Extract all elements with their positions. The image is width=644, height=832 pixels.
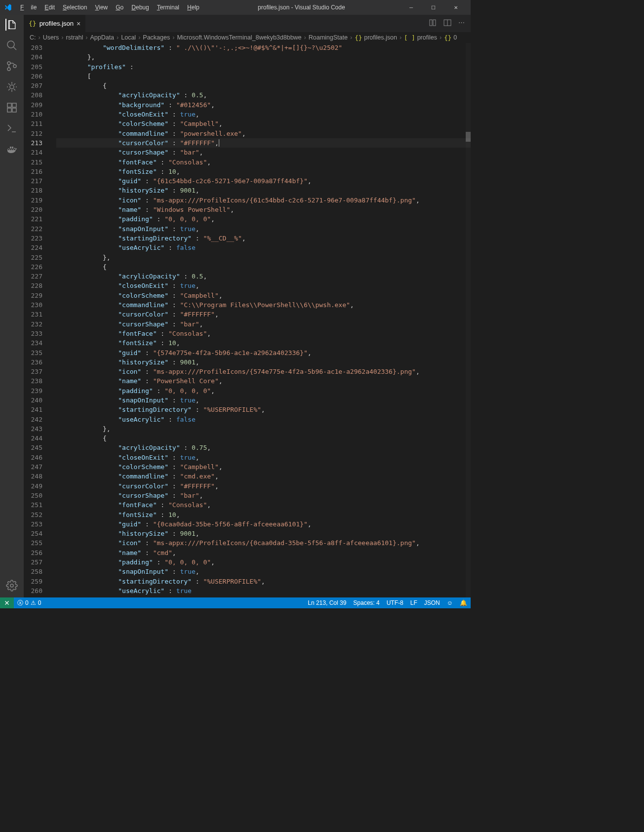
code-line[interactable]: "guid" : "{61c54bbd-c2c6-5271-96e7-009a8… xyxy=(56,176,471,186)
menu-file[interactable]: File xyxy=(17,2,40,13)
compare-icon[interactable] xyxy=(429,19,437,28)
encoding[interactable]: UTF-8 xyxy=(383,597,407,608)
search-icon[interactable] xyxy=(6,40,18,51)
code-line[interactable]: "cursorShape" : "bar", xyxy=(56,491,471,500)
code-editor[interactable]: 2032042052062072082092102112122132142152… xyxy=(24,43,471,597)
breadcrumb-segment[interactable]: Users xyxy=(43,34,59,41)
docker-icon[interactable] xyxy=(6,143,18,155)
code-line[interactable]: "closeOnExit" : true, xyxy=(56,281,471,290)
remote-indicator[interactable] xyxy=(0,597,14,608)
feedback-icon[interactable]: ☺ xyxy=(443,597,456,608)
code-line[interactable]: [ xyxy=(56,72,471,81)
source-control-icon[interactable] xyxy=(6,60,18,72)
scrollbar-thumb[interactable] xyxy=(466,132,471,142)
debug-icon[interactable] xyxy=(6,81,18,93)
code-line[interactable]: "icon" : "ms-appx:///ProfileIcons/{61c54… xyxy=(56,196,471,205)
code-line[interactable]: "name" : "Windows PowerShell", xyxy=(56,205,471,214)
menu-debug[interactable]: Debug xyxy=(128,2,152,13)
breadcrumb-symbol[interactable]: profiles xyxy=(417,34,437,41)
code-line[interactable]: "cursorColor" : "#FFFFFF", xyxy=(56,310,471,319)
code-line[interactable]: "guid" : "{0caa0dad-35be-5f56-a8ff-afcee… xyxy=(56,519,471,529)
code-line[interactable]: "fontFace" : "Consolas", xyxy=(56,500,471,510)
eol[interactable]: LF xyxy=(407,597,421,608)
extensions-icon[interactable] xyxy=(6,102,18,114)
menu-help[interactable]: Help xyxy=(184,2,203,13)
code-line[interactable]: { xyxy=(56,81,471,90)
code-line[interactable]: "cursorColor" : "#FFFFFF", xyxy=(56,481,471,491)
code-line[interactable]: "colorScheme" : "Campbell", xyxy=(56,291,471,300)
breadcrumbs[interactable]: C:›Users›rstrahl›AppData›Local›Packages›… xyxy=(24,32,471,43)
code-line[interactable]: "snapOnInput" : true, xyxy=(56,224,471,234)
breadcrumb-segment[interactable]: Local xyxy=(121,34,136,41)
breadcrumb-symbol[interactable]: 0 xyxy=(453,34,457,41)
code-line[interactable]: "commandline" : "C:\\Program Files\\Powe… xyxy=(56,300,471,310)
code-line[interactable]: }, xyxy=(56,595,471,597)
code-line[interactable]: "colorScheme" : "Campbell", xyxy=(56,119,471,128)
code-line[interactable]: "historySize" : 9001, xyxy=(56,357,471,367)
code-line[interactable]: "icon" : "ms-appx:///ProfileIcons/{574e7… xyxy=(56,367,471,376)
code-line[interactable]: "colorScheme" : "Campbell", xyxy=(56,462,471,472)
settings-gear-icon[interactable] xyxy=(6,580,18,592)
menu-edit[interactable]: Edit xyxy=(41,2,58,13)
code-line[interactable]: "background" : "#012456", xyxy=(56,100,471,110)
code-line[interactable]: "closeOnExit" : true, xyxy=(56,453,471,462)
notifications-icon[interactable]: 🔔 xyxy=(456,597,471,608)
code-line[interactable]: "startingDirectory" : "%__CD__%", xyxy=(56,234,471,243)
code-line[interactable]: }, xyxy=(56,253,471,262)
code-line[interactable]: "padding" : "0, 0, 0, 0", xyxy=(56,214,471,224)
code-line[interactable]: "snapOnInput" : true, xyxy=(56,396,471,405)
code-line[interactable]: "useAcrylic" : false xyxy=(56,243,471,252)
breadcrumb-segment[interactable]: RoamingState xyxy=(309,34,348,41)
code-line[interactable]: "fontSize" : 10, xyxy=(56,338,471,348)
maximize-button[interactable]: ☐ xyxy=(422,0,444,15)
code-line[interactable]: "startingDirectory" : "%USERPROFILE%", xyxy=(56,405,471,414)
minimize-button[interactable]: ─ xyxy=(400,0,422,15)
breadcrumb-file[interactable]: profiles.json xyxy=(364,34,397,41)
code-line[interactable]: "closeOnExit" : true, xyxy=(56,110,471,119)
code-line[interactable]: "name" : "PowerShell Core", xyxy=(56,376,471,386)
code-line[interactable]: "snapOnInput" : true, xyxy=(56,567,471,576)
code-line[interactable]: "cursorShape" : "bar", xyxy=(56,319,471,329)
code-line[interactable]: "fontSize" : 10, xyxy=(56,167,471,176)
cursor-position[interactable]: Ln 213, Col 39 xyxy=(304,597,350,608)
code-line[interactable]: "cursorColor" : "#FFFFFF", xyxy=(56,138,471,148)
code-line[interactable]: "wordDelimiters" : " ./\\()\"'-:,.;<>~!@… xyxy=(56,43,471,52)
menu-selection[interactable]: Selection xyxy=(59,2,90,13)
tab-profiles-json[interactable]: {} profiles.json × xyxy=(24,15,86,32)
breadcrumb-segment[interactable]: Microsoft.WindowsTerminal_8wekyb3d8bbwe xyxy=(177,34,301,41)
code-line[interactable]: "fontFace" : "Consolas", xyxy=(56,158,471,167)
code-line[interactable]: "acrylicOpacity" : 0.5, xyxy=(56,90,471,100)
code-line[interactable]: "guid" : "{574e775e-4f2a-5b96-ac1e-a2962… xyxy=(56,348,471,357)
code-line[interactable]: "startingDirectory" : "%USERPROFILE%", xyxy=(56,577,471,586)
code-line[interactable]: "historySize" : 9001, xyxy=(56,529,471,538)
code-content[interactable]: "wordDelimiters" : " ./\\()\"'-:,.;<>~!@… xyxy=(56,43,471,597)
code-line[interactable]: "icon" : "ms-appx:///ProfileIcons/{0caa0… xyxy=(56,538,471,548)
code-line[interactable]: "useAcrylic" : true xyxy=(56,586,471,595)
code-line[interactable]: "padding" : "0, 0, 0, 0", xyxy=(56,386,471,396)
code-line[interactable]: }, xyxy=(56,424,471,434)
code-line[interactable]: "profiles" : xyxy=(56,62,471,72)
remote-icon[interactable] xyxy=(6,122,18,134)
breadcrumb-segment[interactable]: Packages xyxy=(143,34,170,41)
more-actions-icon[interactable]: ⋯ xyxy=(458,19,465,28)
language-mode[interactable]: JSON xyxy=(421,597,443,608)
code-line[interactable]: "historySize" : 9001, xyxy=(56,186,471,195)
breadcrumb-segment[interactable]: C: xyxy=(30,34,36,41)
code-line[interactable]: { xyxy=(56,262,471,272)
code-line[interactable]: "fontSize" : 10, xyxy=(56,510,471,519)
tab-close-icon[interactable]: × xyxy=(77,20,80,28)
code-line[interactable]: "useAcrylic" : false xyxy=(56,415,471,424)
explorer-icon[interactable] xyxy=(5,19,17,31)
code-line[interactable]: { xyxy=(56,434,471,443)
menu-view[interactable]: View xyxy=(91,2,111,13)
problems-indicator[interactable]: ⓧ0 ⚠0 xyxy=(14,597,44,608)
code-line[interactable]: "commandline" : "cmd.exe", xyxy=(56,472,471,481)
code-line[interactable]: "padding" : "0, 0, 0, 0", xyxy=(56,557,471,567)
close-button[interactable]: ✕ xyxy=(444,0,467,15)
code-line[interactable]: "fontFace" : "Consolas", xyxy=(56,329,471,338)
code-line[interactable]: "cursorShape" : "bar", xyxy=(56,148,471,157)
code-line[interactable]: }, xyxy=(56,52,471,62)
code-line[interactable]: "name" : "cmd", xyxy=(56,548,471,557)
menu-terminal[interactable]: Terminal xyxy=(154,2,183,13)
code-line[interactable]: "acrylicOpacity" : 0.75, xyxy=(56,443,471,452)
